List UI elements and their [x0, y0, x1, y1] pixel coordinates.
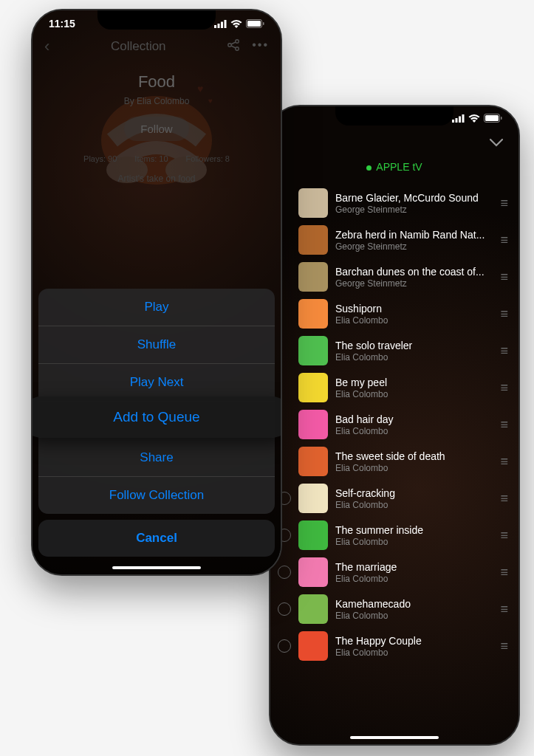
drag-handle-icon[interactable]: ≡ [500, 528, 507, 543]
select-radio[interactable] [278, 602, 291, 616]
track-artist: Elia Colombo [335, 574, 493, 584]
track-artist: Elia Colombo [335, 426, 493, 436]
track-artist: George Steinmetz [335, 205, 493, 215]
track-info: Barne Glacier, McCurdo SoundGeorge Stein… [335, 192, 493, 215]
track-info: Zebra herd in Namib Rand Nat...George St… [335, 229, 493, 252]
track-title: The sweet side of death [335, 450, 493, 462]
cellular-signal-icon [452, 114, 465, 123]
svg-rect-6 [263, 22, 264, 25]
queue-track-list[interactable]: Barne Glacier, McCurdo SoundGeorge Stein… [270, 185, 518, 679]
track-title: Bad hair day [335, 413, 493, 425]
cast-target-name: APPLE tV [376, 161, 422, 173]
track-thumbnail [298, 336, 328, 365]
track-title: Barne Glacier, McCurdo Sound [335, 192, 493, 204]
drag-handle-icon[interactable]: ≡ [500, 602, 507, 617]
sheet-add-to-queue-highlight[interactable]: Add to Queue [31, 396, 282, 438]
battery-icon [484, 114, 502, 123]
sheet-share[interactable]: Share [38, 439, 275, 477]
track-artist: George Steinmetz [335, 278, 493, 289]
track-title: The marriage [335, 561, 493, 573]
track-artist: Elia Colombo [335, 463, 493, 473]
sheet-shuffle[interactable]: Shuffle [38, 326, 275, 364]
svg-rect-1 [218, 24, 220, 28]
track-row[interactable]: KamehamecadoElia Colombo≡ [270, 591, 518, 628]
drag-handle-icon[interactable]: ≡ [500, 491, 507, 506]
drag-handle-icon[interactable]: ≡ [500, 639, 507, 654]
svg-rect-17 [452, 120, 454, 123]
notch [97, 10, 216, 30]
drag-handle-icon[interactable]: ≡ [500, 306, 507, 322]
track-thumbnail [298, 225, 328, 255]
track-thumbnail [298, 557, 328, 587]
track-artist: Elia Colombo [335, 537, 493, 547]
track-thumbnail [298, 484, 328, 513]
collapse-button[interactable] [270, 127, 518, 154]
track-thumbnail [298, 447, 328, 476]
select-radio[interactable] [278, 639, 291, 653]
wifi-icon [468, 114, 480, 123]
track-row[interactable]: The solo travelerElia Colombo≡ [270, 332, 518, 369]
track-row[interactable]: Bad hair dayElia Colombo≡ [270, 406, 518, 443]
drag-handle-icon[interactable]: ≡ [500, 417, 507, 433]
track-info: Self-crackingElia Colombo [335, 487, 493, 510]
home-indicator[interactable] [350, 736, 439, 739]
svg-rect-22 [485, 115, 499, 121]
track-thumbnail [298, 594, 328, 624]
track-thumbnail [298, 631, 328, 661]
track-row[interactable]: The summer insideElia Colombo≡ [270, 517, 518, 554]
track-row[interactable]: The marriageElia Colombo≡ [270, 554, 518, 591]
track-title: Barchan dunes on the coast of... [335, 266, 493, 278]
track-title: Zebra herd in Namib Rand Nat... [335, 229, 493, 241]
sheet-cancel[interactable]: Cancel [38, 520, 275, 557]
track-row[interactable]: Zebra herd in Namib Rand Nat...George St… [270, 221, 518, 258]
drag-handle-icon[interactable]: ≡ [500, 343, 507, 359]
track-title: Sushiporn [335, 303, 493, 315]
track-row[interactable]: Barne Glacier, McCurdo SoundGeorge Stein… [270, 185, 518, 221]
drag-handle-icon[interactable]: ≡ [500, 233, 507, 248]
drag-handle-icon[interactable]: ≡ [500, 380, 507, 396]
track-title: Be my peel [335, 377, 493, 388]
track-artist: George Steinmetz [335, 241, 493, 252]
select-radio[interactable] [278, 566, 291, 579]
track-artist: Elia Colombo [335, 611, 493, 621]
drag-handle-icon[interactable]: ≡ [500, 454, 507, 470]
track-row[interactable]: SushipornElia Colombo≡ [270, 295, 518, 332]
track-title: Kamehamecado [335, 598, 493, 610]
track-row[interactable]: The Happy CoupleElia Colombo≡ [270, 628, 518, 664]
track-info: The summer insideElia Colombo [335, 524, 493, 547]
svg-rect-2 [221, 21, 223, 28]
home-indicator[interactable] [112, 566, 201, 569]
track-artist: Elia Colombo [335, 500, 493, 510]
track-title: The solo traveler [335, 340, 493, 351]
svg-rect-19 [459, 116, 461, 123]
svg-rect-18 [456, 118, 458, 123]
track-artist: Elia Colombo [335, 647, 493, 658]
svg-rect-23 [501, 117, 502, 120]
phone-mockup-left: 11:15 ‹ Collection ••• ♥ ♥ [31, 9, 282, 576]
track-info: KamehamecadoElia Colombo [335, 598, 493, 621]
status-time: 11:15 [49, 18, 75, 30]
drag-handle-icon[interactable]: ≡ [500, 565, 507, 580]
track-info: The solo travelerElia Colombo [335, 340, 493, 362]
track-row[interactable]: Self-crackingElia Colombo≡ [270, 480, 518, 517]
track-info: The sweet side of deathElia Colombo [335, 450, 493, 473]
track-thumbnail [298, 373, 328, 402]
sheet-follow-collection[interactable]: Follow Collection [38, 477, 275, 514]
track-artist: Elia Colombo [335, 352, 493, 362]
svg-rect-3 [225, 20, 227, 28]
cast-target-label[interactable]: APPLE tV [270, 154, 518, 185]
track-row[interactable]: Be my peelElia Colombo≡ [270, 369, 518, 406]
track-title: The summer inside [335, 524, 493, 536]
track-title: The Happy Couple [335, 635, 493, 647]
sheet-play[interactable]: Play [38, 289, 275, 326]
svg-rect-0 [214, 25, 216, 28]
notch [335, 106, 453, 126]
track-thumbnail [298, 410, 328, 439]
track-info: Bad hair dayElia Colombo [335, 413, 493, 436]
drag-handle-icon[interactable]: ≡ [500, 196, 507, 211]
track-row[interactable]: The sweet side of deathElia Colombo≡ [270, 443, 518, 480]
drag-handle-icon[interactable]: ≡ [500, 269, 507, 285]
track-row[interactable]: Barchan dunes on the coast of...George S… [270, 258, 518, 295]
track-info: Be my peelElia Colombo [335, 377, 493, 399]
cellular-signal-icon [214, 20, 227, 28]
